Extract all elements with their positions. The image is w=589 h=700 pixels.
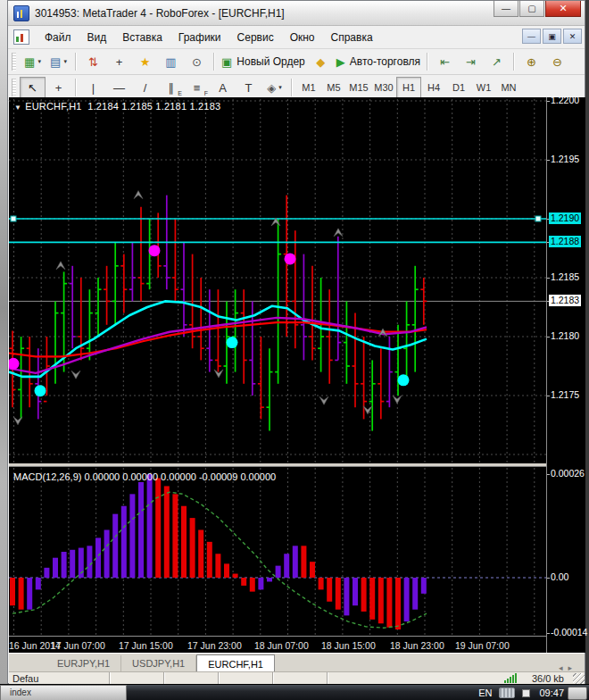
timeframe-m15-button[interactable]: M15	[346, 77, 371, 98]
timeframe-h1-button[interactable]: H1	[396, 77, 421, 98]
zoom-in-button[interactable]: ⊕	[518, 51, 544, 72]
cursor-icon: ↖	[28, 81, 37, 95]
data-window-icon: ▥	[165, 55, 176, 69]
text-label-button[interactable]: T	[236, 77, 261, 98]
menu-item-3[interactable]: Графики	[170, 29, 229, 46]
signal-dot-magenta	[285, 253, 296, 264]
zoom-out-button[interactable]: ⊖	[544, 51, 570, 72]
chevron-down-icon[interactable]: ▾	[278, 84, 282, 91]
new-chart-icon: ▦	[24, 55, 35, 69]
price-axis-label: 1.2188	[549, 236, 581, 247]
language-indicator[interactable]: EN	[478, 688, 492, 698]
autotrading-button[interactable]: ▶Авто-торговля	[334, 51, 423, 72]
menu-bar: ФайлВидВставкаГрафикиСервисОкноСправка —…	[8, 26, 585, 49]
zoom-out-icon: ⊖	[552, 55, 562, 69]
menu-item-0[interactable]: Файл	[37, 29, 79, 46]
tray-icon[interactable]	[522, 689, 530, 697]
windows-taskbar: index EN 09:47	[0, 684, 589, 700]
horizontal-line-button[interactable]: —	[106, 77, 132, 98]
vertical-line-icon: |	[92, 81, 95, 95]
menu-item-1[interactable]: Вид	[79, 29, 115, 46]
toolbar-grip[interactable]	[12, 79, 16, 96]
show-desktop-button[interactable]	[568, 687, 587, 700]
menu-item-2[interactable]: Вставка	[114, 29, 170, 46]
text-button[interactable]: A	[210, 77, 236, 98]
timeframe-w1-button[interactable]: W1	[471, 77, 496, 98]
profile-status[interactable]: Defau	[9, 672, 110, 685]
chart-tab-usdjpy-h1[interactable]: USDJPY,H1	[121, 655, 196, 672]
favorites-button[interactable]: ★	[132, 51, 158, 72]
crosshair-tool-button[interactable]: +	[46, 77, 71, 98]
hline-selection-handle	[535, 216, 541, 221]
new-chart-button[interactable]: ▦▾	[20, 51, 46, 72]
chevron-down-icon[interactable]: ▾	[37, 58, 41, 65]
tick-chart-button[interactable]: ⇅	[80, 51, 106, 72]
signal-dot-cyan	[398, 374, 410, 386]
trendline-icon: /	[144, 81, 147, 95]
signal-dot-cyan	[35, 385, 46, 396]
fibonacci-button[interactable]: ≡F	[184, 77, 210, 98]
data-window-button[interactable]: ▥	[158, 51, 184, 72]
timeframe-m1-button[interactable]: M1	[296, 77, 321, 98]
chevron-down-icon[interactable]: ▾	[63, 58, 67, 65]
time-axis-label: 17 Jun 15:00	[119, 640, 173, 651]
price-axis-label: 1.2175	[551, 389, 579, 401]
vertical-line-button[interactable]: |	[80, 77, 106, 98]
time-axis-label: 19 Jun 07:00	[455, 640, 510, 651]
arrows-tool-button[interactable]: ◈▾	[261, 77, 287, 98]
taskbar-background-window[interactable]: index	[0, 685, 127, 700]
chart-scale-icon: ↗	[492, 55, 502, 69]
menu-item-4[interactable]: Сервис	[229, 29, 282, 46]
menu-item-6[interactable]: Справка	[323, 29, 381, 46]
chart-scale-button[interactable]: ↗	[484, 51, 510, 72]
chart-window-icon	[13, 29, 29, 45]
minimize-button[interactable]: —	[494, 1, 518, 17]
expert-advisors-button[interactable]: ◆	[308, 51, 334, 72]
chart-tab-eurjpy-h1[interactable]: EURJPY,H1	[46, 655, 121, 672]
timeframe-m5-button[interactable]: M5	[321, 77, 346, 98]
mdi-minimize-button[interactable]: —	[522, 29, 541, 44]
crosshair-button[interactable]: +	[106, 51, 132, 72]
resize-grip[interactable]	[573, 673, 585, 685]
toolbar-separator	[291, 79, 293, 96]
fibonacci-icon: ≡	[194, 81, 201, 95]
price-axis-label: 1.2180	[551, 330, 579, 342]
mdi-restore-button[interactable]: ▣	[543, 29, 561, 44]
chart-shift-icon: ⇤	[440, 55, 450, 69]
auto-scroll-icon: ⇥	[466, 55, 476, 69]
timeframe-m30-button[interactable]: M30	[371, 77, 396, 98]
ohlc-values: 1.2184 1.2185 1.2181 1.2183	[87, 101, 220, 112]
text-icon: A	[219, 81, 227, 95]
profiles-button[interactable]: ▤▾	[46, 51, 71, 72]
signal-dot-cyan	[227, 337, 238, 348]
equidistant-channel-button[interactable]: ∥E	[158, 77, 184, 98]
trendline-button[interactable]: /	[132, 77, 158, 98]
price-axis-label: 1.2200	[551, 95, 579, 106]
magnifier-button[interactable]: ⊙	[184, 51, 210, 72]
chart-tab-eurchf-h1[interactable]: EURCHF,H1	[196, 654, 275, 673]
time-axis-label: 18 Jun 15:00	[321, 640, 376, 651]
keyboard-icon[interactable]	[499, 688, 515, 698]
menu-item-5[interactable]: Окно	[282, 29, 323, 46]
hline-selection-handle	[11, 216, 16, 221]
symbol-dropdown-icon[interactable]: ▼	[14, 104, 21, 112]
price-chart-canvas[interactable]	[9, 97, 546, 653]
taskbar-clock[interactable]: 09:47	[539, 688, 564, 698]
cursor-button[interactable]: ↖	[20, 77, 46, 98]
mdi-close-button[interactable]: ✕	[563, 29, 582, 44]
new-order-button[interactable]: ▣Новый Ордер	[219, 51, 308, 72]
auto-scroll-button[interactable]: ⇥	[458, 51, 484, 72]
chart-shift-button[interactable]: ⇤	[432, 51, 458, 72]
maximize-button[interactable]: ▢	[519, 1, 544, 17]
price-axis[interactable]: 1.22001.21951.21901.21881.21851.21831.21…	[546, 97, 585, 653]
toolbar-grip[interactable]	[12, 53, 16, 71]
chart-region: ▼EURCHF,H1 1.2184 1.2185 1.2181 1.2183 M…	[9, 97, 585, 653]
timeframe-mn-button[interactable]: MN	[496, 77, 521, 98]
timeframe-h4-button[interactable]: H4	[421, 77, 446, 98]
close-button[interactable]: ✕	[545, 1, 581, 17]
symbol-label: ▼EURCHF,H1 1.2184 1.2185 1.2181 1.2183	[14, 101, 220, 112]
toolbar-standard: ▦▾▤▾⇅+★▥⊙▣Новый Ордер◆▶Авто-торговля⇤⇥↗⊕…	[8, 49, 585, 75]
timeframe-d1-button[interactable]: D1	[446, 77, 471, 98]
title-bar[interactable]: 3014953: MetaTrader 4 - RoboForex - [EUR…	[8, 1, 585, 26]
status-bar: Defau 36/0 kb	[9, 671, 585, 685]
